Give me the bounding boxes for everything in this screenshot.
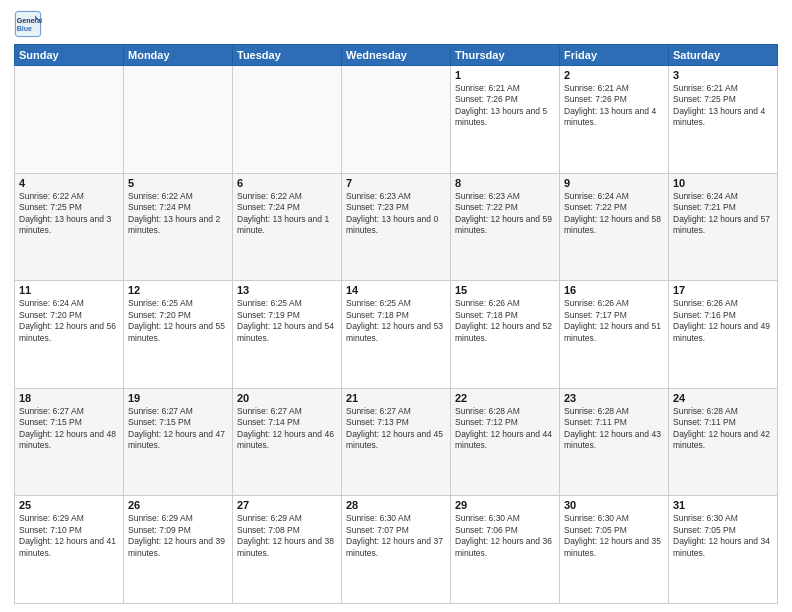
day-header-tuesday: Tuesday xyxy=(233,45,342,66)
cell-content: Sunrise: 6:24 AMSunset: 7:21 PMDaylight:… xyxy=(673,191,773,237)
calendar-cell: 29Sunrise: 6:30 AMSunset: 7:06 PMDayligh… xyxy=(451,496,560,604)
cell-content: Sunrise: 6:21 AMSunset: 7:26 PMDaylight:… xyxy=(455,83,555,129)
cell-content: Sunrise: 6:23 AMSunset: 7:23 PMDaylight:… xyxy=(346,191,446,237)
logo: General Blue xyxy=(14,10,46,38)
calendar-cell: 14Sunrise: 6:25 AMSunset: 7:18 PMDayligh… xyxy=(342,281,451,389)
calendar-cell: 21Sunrise: 6:27 AMSunset: 7:13 PMDayligh… xyxy=(342,388,451,496)
calendar-cell: 28Sunrise: 6:30 AMSunset: 7:07 PMDayligh… xyxy=(342,496,451,604)
cell-content: Sunrise: 6:27 AMSunset: 7:15 PMDaylight:… xyxy=(128,406,228,452)
calendar-week-2: 4Sunrise: 6:22 AMSunset: 7:25 PMDaylight… xyxy=(15,173,778,281)
cell-content: Sunrise: 6:22 AMSunset: 7:24 PMDaylight:… xyxy=(237,191,337,237)
day-number: 15 xyxy=(455,284,555,296)
day-number: 3 xyxy=(673,69,773,81)
day-number: 12 xyxy=(128,284,228,296)
day-number: 17 xyxy=(673,284,773,296)
cell-content: Sunrise: 6:23 AMSunset: 7:22 PMDaylight:… xyxy=(455,191,555,237)
cell-content: Sunrise: 6:21 AMSunset: 7:26 PMDaylight:… xyxy=(564,83,664,129)
header: General Blue xyxy=(14,10,778,38)
day-number: 19 xyxy=(128,392,228,404)
day-number: 22 xyxy=(455,392,555,404)
calendar-cell: 9Sunrise: 6:24 AMSunset: 7:22 PMDaylight… xyxy=(560,173,669,281)
cell-content: Sunrise: 6:26 AMSunset: 7:16 PMDaylight:… xyxy=(673,298,773,344)
calendar-cell: 3Sunrise: 6:21 AMSunset: 7:25 PMDaylight… xyxy=(669,66,778,174)
cell-content: Sunrise: 6:24 AMSunset: 7:20 PMDaylight:… xyxy=(19,298,119,344)
cell-content: Sunrise: 6:29 AMSunset: 7:09 PMDaylight:… xyxy=(128,513,228,559)
day-number: 2 xyxy=(564,69,664,81)
calendar-cell: 31Sunrise: 6:30 AMSunset: 7:05 PMDayligh… xyxy=(669,496,778,604)
calendar-cell xyxy=(342,66,451,174)
logo-icon: General Blue xyxy=(14,10,42,38)
day-number: 13 xyxy=(237,284,337,296)
day-header-sunday: Sunday xyxy=(15,45,124,66)
cell-content: Sunrise: 6:30 AMSunset: 7:06 PMDaylight:… xyxy=(455,513,555,559)
calendar-cell: 1Sunrise: 6:21 AMSunset: 7:26 PMDaylight… xyxy=(451,66,560,174)
day-header-monday: Monday xyxy=(124,45,233,66)
calendar-cell: 24Sunrise: 6:28 AMSunset: 7:11 PMDayligh… xyxy=(669,388,778,496)
day-number: 25 xyxy=(19,499,119,511)
calendar-cell: 16Sunrise: 6:26 AMSunset: 7:17 PMDayligh… xyxy=(560,281,669,389)
cell-content: Sunrise: 6:29 AMSunset: 7:10 PMDaylight:… xyxy=(19,513,119,559)
calendar-cell: 18Sunrise: 6:27 AMSunset: 7:15 PMDayligh… xyxy=(15,388,124,496)
calendar-cell: 7Sunrise: 6:23 AMSunset: 7:23 PMDaylight… xyxy=(342,173,451,281)
day-header-saturday: Saturday xyxy=(669,45,778,66)
calendar-cell: 2Sunrise: 6:21 AMSunset: 7:26 PMDaylight… xyxy=(560,66,669,174)
day-number: 23 xyxy=(564,392,664,404)
cell-content: Sunrise: 6:22 AMSunset: 7:25 PMDaylight:… xyxy=(19,191,119,237)
calendar-cell: 10Sunrise: 6:24 AMSunset: 7:21 PMDayligh… xyxy=(669,173,778,281)
calendar-cell: 15Sunrise: 6:26 AMSunset: 7:18 PMDayligh… xyxy=(451,281,560,389)
cell-content: Sunrise: 6:26 AMSunset: 7:18 PMDaylight:… xyxy=(455,298,555,344)
svg-rect-0 xyxy=(15,11,40,36)
cell-content: Sunrise: 6:22 AMSunset: 7:24 PMDaylight:… xyxy=(128,191,228,237)
cell-content: Sunrise: 6:25 AMSunset: 7:18 PMDaylight:… xyxy=(346,298,446,344)
day-header-wednesday: Wednesday xyxy=(342,45,451,66)
day-number: 4 xyxy=(19,177,119,189)
cell-content: Sunrise: 6:27 AMSunset: 7:15 PMDaylight:… xyxy=(19,406,119,452)
day-number: 7 xyxy=(346,177,446,189)
day-header-thursday: Thursday xyxy=(451,45,560,66)
calendar-cell: 25Sunrise: 6:29 AMSunset: 7:10 PMDayligh… xyxy=(15,496,124,604)
cell-content: Sunrise: 6:27 AMSunset: 7:14 PMDaylight:… xyxy=(237,406,337,452)
day-number: 27 xyxy=(237,499,337,511)
calendar-cell: 5Sunrise: 6:22 AMSunset: 7:24 PMDaylight… xyxy=(124,173,233,281)
cell-content: Sunrise: 6:29 AMSunset: 7:08 PMDaylight:… xyxy=(237,513,337,559)
day-number: 16 xyxy=(564,284,664,296)
calendar-cell: 17Sunrise: 6:26 AMSunset: 7:16 PMDayligh… xyxy=(669,281,778,389)
svg-text:Blue: Blue xyxy=(17,25,32,32)
day-number: 20 xyxy=(237,392,337,404)
calendar-cell: 20Sunrise: 6:27 AMSunset: 7:14 PMDayligh… xyxy=(233,388,342,496)
calendar-cell: 30Sunrise: 6:30 AMSunset: 7:05 PMDayligh… xyxy=(560,496,669,604)
day-number: 5 xyxy=(128,177,228,189)
calendar-week-1: 1Sunrise: 6:21 AMSunset: 7:26 PMDaylight… xyxy=(15,66,778,174)
cell-content: Sunrise: 6:30 AMSunset: 7:07 PMDaylight:… xyxy=(346,513,446,559)
calendar-cell: 27Sunrise: 6:29 AMSunset: 7:08 PMDayligh… xyxy=(233,496,342,604)
cell-content: Sunrise: 6:21 AMSunset: 7:25 PMDaylight:… xyxy=(673,83,773,129)
calendar-table: SundayMondayTuesdayWednesdayThursdayFrid… xyxy=(14,44,778,604)
calendar-cell: 23Sunrise: 6:28 AMSunset: 7:11 PMDayligh… xyxy=(560,388,669,496)
day-number: 1 xyxy=(455,69,555,81)
day-number: 18 xyxy=(19,392,119,404)
svg-text:General: General xyxy=(17,17,42,24)
header-row: SundayMondayTuesdayWednesdayThursdayFrid… xyxy=(15,45,778,66)
day-header-friday: Friday xyxy=(560,45,669,66)
calendar-cell xyxy=(233,66,342,174)
day-number: 11 xyxy=(19,284,119,296)
cell-content: Sunrise: 6:25 AMSunset: 7:19 PMDaylight:… xyxy=(237,298,337,344)
cell-content: Sunrise: 6:30 AMSunset: 7:05 PMDaylight:… xyxy=(564,513,664,559)
calendar-cell: 13Sunrise: 6:25 AMSunset: 7:19 PMDayligh… xyxy=(233,281,342,389)
day-number: 10 xyxy=(673,177,773,189)
calendar-week-4: 18Sunrise: 6:27 AMSunset: 7:15 PMDayligh… xyxy=(15,388,778,496)
calendar-cell: 8Sunrise: 6:23 AMSunset: 7:22 PMDaylight… xyxy=(451,173,560,281)
day-number: 30 xyxy=(564,499,664,511)
cell-content: Sunrise: 6:27 AMSunset: 7:13 PMDaylight:… xyxy=(346,406,446,452)
calendar-cell xyxy=(15,66,124,174)
day-number: 28 xyxy=(346,499,446,511)
cell-content: Sunrise: 6:28 AMSunset: 7:11 PMDaylight:… xyxy=(564,406,664,452)
calendar-cell: 12Sunrise: 6:25 AMSunset: 7:20 PMDayligh… xyxy=(124,281,233,389)
day-number: 26 xyxy=(128,499,228,511)
calendar-week-5: 25Sunrise: 6:29 AMSunset: 7:10 PMDayligh… xyxy=(15,496,778,604)
calendar-cell: 4Sunrise: 6:22 AMSunset: 7:25 PMDaylight… xyxy=(15,173,124,281)
day-number: 6 xyxy=(237,177,337,189)
cell-content: Sunrise: 6:25 AMSunset: 7:20 PMDaylight:… xyxy=(128,298,228,344)
cell-content: Sunrise: 6:26 AMSunset: 7:17 PMDaylight:… xyxy=(564,298,664,344)
cell-content: Sunrise: 6:24 AMSunset: 7:22 PMDaylight:… xyxy=(564,191,664,237)
